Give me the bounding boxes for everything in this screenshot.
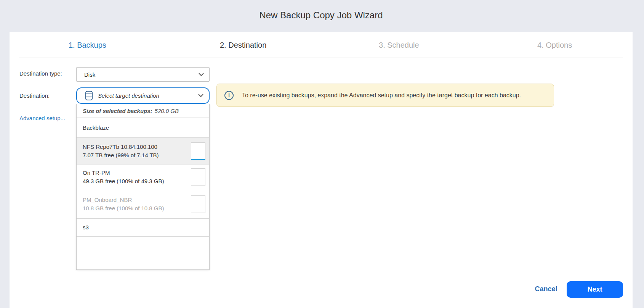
step-schedule: 3. Schedule	[321, 41, 477, 50]
item-name: s3	[83, 223, 203, 232]
item-name: On TR-PM	[83, 169, 191, 177]
item-free-space: 49.3 GB free (100% of 49.3 GB)	[83, 177, 191, 185]
target-backup-box[interactable]	[191, 168, 205, 186]
chevron-down-icon	[199, 73, 204, 76]
item-name: NFS Repo7Tb 10.84.100.100	[83, 143, 191, 151]
item-name: PM_Onboard_NBR	[83, 196, 191, 204]
destination-label: Destination:	[19, 92, 50, 99]
destination-type-value: Disk	[84, 71, 199, 78]
dropdown-item-nfs-repo[interactable]: NFS Repo7Tb 10.84.100.100 7.07 TB free (…	[77, 138, 209, 164]
page-title: New Backup Copy Job Wizard	[10, 10, 633, 21]
destination-type-label: Destination type:	[19, 70, 62, 77]
target-backup-box[interactable]	[191, 142, 205, 160]
dropdown-item-backblaze[interactable]: Backblaze	[77, 118, 209, 138]
wizard-steps: 1. Backups 2. Destination 3. Schedule 4.…	[10, 32, 633, 58]
dropdown-empty-area	[77, 237, 209, 269]
dropdown-item-s3[interactable]: s3	[77, 219, 209, 237]
destination-placeholder: Select target destination	[93, 92, 198, 99]
step-backups[interactable]: 1. Backups	[10, 41, 165, 50]
dropdown-item-on-tr-pm[interactable]: On TR-PM 49.3 GB free (100% of 49.3 GB)	[77, 164, 209, 190]
selected-backups-size-label: Size of selected backups:	[83, 108, 152, 114]
destination-select[interactable]: Select target destination	[76, 87, 210, 104]
next-button[interactable]: Next	[567, 281, 623, 298]
selected-backups-size-value: 520.0 GB	[155, 108, 179, 114]
item-name: Backblaze	[83, 124, 203, 132]
destination-type-select[interactable]: Disk	[76, 67, 210, 82]
dropdown-item-pm-onboard-nbr[interactable]: PM_Onboard_NBR 10.8 GB free (100% of 10.…	[77, 190, 209, 219]
destination-dropdown-panel: Size of selected backups: 520.0 GB Backb…	[76, 104, 210, 270]
chevron-down-icon	[198, 94, 203, 97]
cancel-button[interactable]: Cancel	[523, 285, 569, 293]
item-free-space: 7.07 TB free (99% of 7.14 TB)	[83, 151, 191, 160]
info-banner: i To re-use existing backups, expand the…	[216, 84, 554, 107]
advanced-setup-link[interactable]: Advanced setup...	[19, 115, 65, 121]
wizard-card: 1. Backups 2. Destination 3. Schedule 4.…	[10, 32, 633, 308]
footer-divider	[19, 272, 623, 272]
step-options: 4. Options	[477, 41, 633, 50]
selected-backups-size: Size of selected backups: 520.0 GB	[77, 104, 209, 118]
step-destination: 2. Destination	[165, 41, 321, 50]
info-icon: i	[224, 91, 234, 100]
item-free-space: 10.8 GB free (100% of 10.8 GB)	[83, 204, 191, 213]
target-backup-box[interactable]	[191, 195, 205, 213]
info-banner-text: To re-use existing backups, expand the A…	[242, 92, 521, 99]
repository-icon	[85, 91, 93, 100]
